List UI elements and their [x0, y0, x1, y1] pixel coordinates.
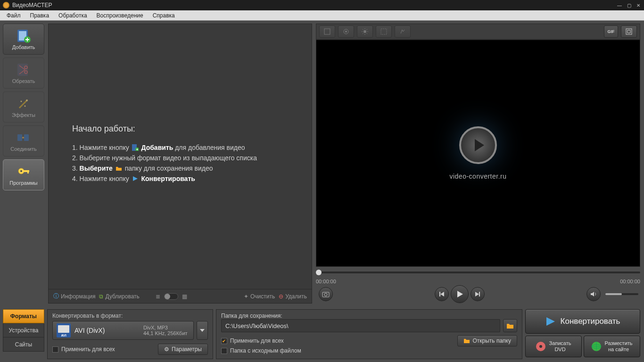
format-apply-all-label: Применить для всех	[61, 346, 115, 353]
same-folder-label: Папка с исходным файлом	[230, 347, 301, 354]
maximize-button[interactable]: ▢	[626, 2, 632, 8]
sidebar-programs-label: Программы	[9, 180, 37, 186]
delete-button[interactable]: ⊖Удалить	[279, 293, 307, 300]
sidebar-add-label: Добавить	[12, 44, 35, 50]
folder-icon	[116, 165, 122, 172]
format-panel-label: Конвертировать в формат:	[52, 313, 208, 319]
close-button[interactable]: ✕	[636, 2, 641, 8]
getting-started-heading: Начало работы:	[72, 124, 257, 134]
list-icon[interactable]: ≣	[156, 293, 160, 300]
format-apply-all-checkbox[interactable]	[52, 346, 58, 353]
svg-rect-14	[27, 170, 29, 173]
grid-icon[interactable]: ▦	[182, 293, 187, 300]
sidebar-effects-button: Эффекты	[3, 91, 44, 123]
format-tabs: Форматы Устройства Сайты	[0, 306, 47, 362]
convert-button[interactable]: Конвертировать	[525, 309, 640, 334]
upload-site-button[interactable]: Разместить на сайте	[584, 336, 640, 357]
menu-playback[interactable]: Воспроизведение	[92, 11, 148, 20]
format-codec: DivX, MP3	[143, 325, 190, 330]
format-name: AVI (DivX)	[74, 327, 140, 334]
time-total: 00:00:00	[620, 279, 640, 284]
preview-panel: GIF video-converter.ru 00:00:00 00:00:00	[315, 21, 644, 306]
svg-rect-3	[17, 64, 28, 76]
preview-brand-label: video-converter.ru	[449, 173, 506, 180]
snapshot-small-button[interactable]	[319, 287, 333, 301]
svg-point-6	[26, 99, 28, 101]
output-path-field[interactable]: C:\Users\Люба\Videos\	[221, 319, 500, 332]
format-audio: 44,1 KHz, 256Кбит	[143, 330, 190, 336]
format-dropdown-button[interactable]	[197, 321, 208, 340]
play-button[interactable]	[451, 285, 469, 303]
clear-button[interactable]: ✦Очистить	[244, 293, 275, 300]
menu-edit[interactable]: Правка	[25, 11, 54, 20]
menu-process[interactable]: Обработка	[54, 11, 92, 20]
info-icon: ⓘ	[53, 292, 59, 300]
video-preview[interactable]: video-converter.ru	[316, 40, 640, 267]
file-toolbar: ⓘИнформация ⧉Дублировать ≣ ▦ ✦Очистить ⊖…	[48, 289, 312, 304]
menu-help[interactable]: Справка	[148, 11, 180, 20]
mute-button[interactable]	[586, 287, 601, 301]
browse-folder-button[interactable]	[503, 319, 517, 332]
menu-bar: Файл Правка Обработка Воспроизведение Сп…	[0, 10, 644, 21]
sidebar-cut-button: Обрезать	[3, 58, 44, 89]
tab-devices[interactable]: Устройства	[3, 323, 44, 337]
open-folder-button[interactable]: Открыть папку	[457, 335, 517, 346]
duplicate-icon: ⧉	[99, 293, 103, 300]
broom-icon: ✦	[244, 293, 248, 300]
tab-sites[interactable]: Сайты	[3, 337, 44, 352]
globe-icon	[591, 341, 602, 352]
svg-point-20	[363, 30, 366, 33]
snapshot-button[interactable]	[338, 25, 354, 38]
tab-formats[interactable]: Форматы	[3, 309, 44, 323]
sidebar-effects-label: Эффекты	[12, 112, 35, 118]
title-bar: ВидеоМАСТЕР — ▢ ✕	[0, 0, 644, 10]
step-1: 1. Нажмите кнопку Добавить для добавлени…	[72, 142, 257, 153]
sidebar-join-label: Соединить	[10, 146, 37, 152]
sidebar-add-button[interactable]: Добавить	[3, 24, 44, 55]
seek-slider[interactable]	[316, 272, 640, 273]
duplicate-button[interactable]: ⧉Дублировать	[99, 293, 139, 300]
gear-icon: ⚙	[164, 346, 169, 353]
svg-point-24	[324, 293, 327, 296]
same-folder-checkbox[interactable]	[221, 348, 227, 354]
speed-button[interactable]	[395, 25, 411, 38]
folder-apply-all-checkbox[interactable]	[221, 338, 227, 344]
burn-dvd-button[interactable]: Записать DVD	[525, 336, 582, 357]
time-current: 00:00:00	[316, 279, 336, 284]
step-4: 4. Нажмите кнопку Конвертировать	[72, 173, 257, 184]
sidebar-join-button: Соединить	[3, 125, 44, 156]
file-list-area[interactable]: Начало работы: 1. Нажмите кнопку Добавит…	[48, 24, 312, 289]
view-toggle[interactable]	[164, 293, 178, 300]
actions-panel: Конвертировать Записать DVD Разместить н…	[525, 309, 640, 359]
play-arrow-icon	[132, 175, 139, 182]
menu-file[interactable]: Файл	[2, 11, 25, 20]
join-icon	[16, 130, 31, 145]
svg-point-7	[21, 101, 22, 102]
brightness-button[interactable]	[357, 25, 373, 38]
play-overlay-icon	[459, 126, 497, 164]
svg-rect-17	[324, 29, 330, 34]
prev-button[interactable]	[435, 287, 449, 301]
next-button[interactable]	[471, 287, 485, 301]
gif-button[interactable]: GIF	[604, 25, 618, 38]
svg-rect-9	[17, 134, 22, 141]
sidebar-programs-button[interactable]: Программы	[3, 159, 44, 190]
key-icon	[16, 164, 31, 179]
format-panel: Конвертировать в формат: AVI AVI (DivX) …	[47, 309, 213, 359]
effects-tool-button[interactable]	[376, 25, 392, 38]
minimize-button[interactable]: —	[617, 2, 622, 8]
params-button[interactable]: ⚙ Параметры	[158, 344, 208, 355]
svg-point-12	[20, 170, 22, 172]
volume-slider[interactable]	[605, 293, 638, 295]
fullscreen-button[interactable]	[621, 25, 637, 38]
file-panel: Начало работы: 1. Нажмите кнопку Добавит…	[47, 21, 315, 306]
step-2: 2. Выберите нужный формат видео из выпад…	[72, 153, 257, 163]
folder-panel-label: Папка для сохранения:	[221, 313, 517, 319]
folder-open-icon	[463, 338, 470, 344]
info-button[interactable]: ⓘИнформация	[53, 292, 95, 300]
format-selector[interactable]: AVI AVI (DivX) DivX, MP3 44,1 KHz, 256Кб…	[52, 321, 194, 340]
crop-tool-button[interactable]	[319, 25, 335, 38]
wand-icon	[16, 96, 31, 111]
app-title: ВидеоМАСТЕР	[12, 2, 52, 8]
svg-rect-10	[24, 134, 29, 141]
